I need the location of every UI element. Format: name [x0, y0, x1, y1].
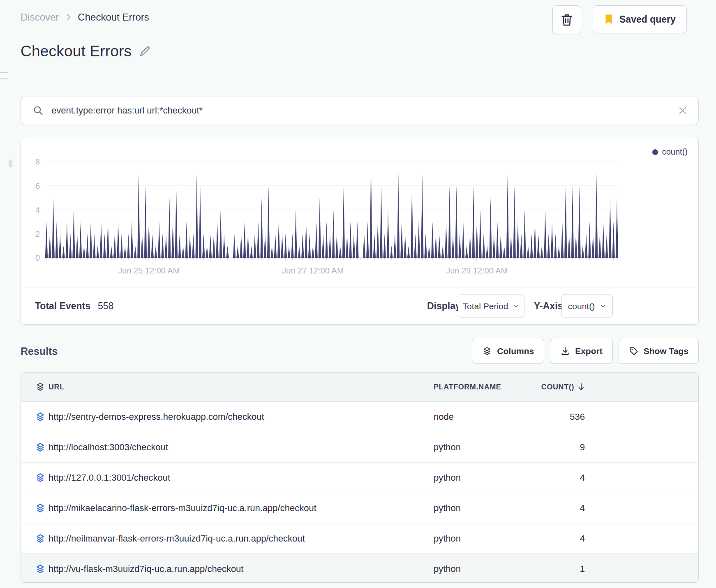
svg-text:4: 4 [35, 205, 40, 214]
row-count: 1 [536, 564, 592, 574]
display-label: Display [427, 301, 461, 312]
row-platform: python [434, 472, 536, 483]
results-actions: Columns Export Show Tags [472, 339, 699, 363]
legend-label: count() [662, 147, 688, 157]
row-count: 4 [536, 533, 592, 544]
row-count: 4 [536, 503, 592, 514]
export-button[interactable]: Export [550, 339, 613, 363]
row-stack-icon[interactable] [32, 503, 49, 514]
table-header-row: URL PLATFORM.NAME COUNT() [21, 373, 698, 402]
legend-count[interactable]: count() [652, 147, 688, 157]
svg-text:8: 8 [35, 157, 40, 166]
show-tags-button[interactable]: Show Tags [619, 339, 699, 363]
row-count: 9 [536, 442, 592, 453]
yaxis-dropdown[interactable]: count() [561, 294, 613, 318]
bookmark-icon [604, 14, 614, 25]
chevron-right-icon [65, 12, 72, 22]
table-row: http://sentry-demos-express.herokuapp.co… [21, 402, 698, 432]
display-dropdown-value: Total Period [463, 301, 508, 311]
table-body: http://sentry-demos-express.herokuapp.co… [21, 402, 698, 583]
trash-icon [560, 13, 574, 27]
row-stack-icon[interactable] [32, 533, 49, 544]
column-header-url[interactable]: URL [49, 383, 434, 391]
svg-text:2: 2 [35, 229, 40, 238]
panel-resize-handle[interactable] [0, 72, 8, 79]
table-row: http://localhost:3003/checkout python 9 [21, 432, 698, 462]
page-title: Checkout Errors [21, 43, 132, 60]
row-platform: python [434, 442, 536, 453]
row-url: http://sentry-demos-express.herokuapp.co… [49, 412, 434, 422]
total-events-value: 558 [98, 301, 113, 312]
svg-text:6: 6 [35, 181, 40, 190]
total-events-label: Total Events [35, 301, 90, 312]
column-header-count-label: COUNT() [541, 383, 574, 391]
export-button-label: Export [575, 346, 603, 356]
column-header-platform[interactable]: PLATFORM.NAME [434, 383, 536, 391]
table-row: http://vu-flask-m3uuizd7iq-uc.a.run.app/… [21, 553, 698, 583]
row-stack-icon[interactable] [32, 564, 49, 574]
row-url: http://mikaelacarino-flask-errors-m3uuiz… [49, 503, 434, 514]
svg-text:0: 0 [35, 253, 40, 262]
row-count: 536 [536, 412, 592, 422]
title-row: Checkout Errors [21, 43, 151, 60]
table-row: http://127.0.0.1:3001/checkout python 4 [21, 462, 698, 493]
svg-text:Jun 29 12:00 AM: Jun 29 12:00 AM [446, 266, 508, 275]
breadcrumb: Discover Checkout Errors [21, 12, 149, 23]
row-count: 4 [536, 472, 592, 483]
sort-desc-arrow-icon [577, 383, 585, 391]
row-url: http://localhost:3003/checkout [49, 442, 434, 453]
row-platform: python [434, 503, 536, 514]
breadcrumb-discover-link[interactable]: Discover [21, 12, 59, 23]
row-stack-icon[interactable] [32, 472, 49, 483]
row-platform: python [434, 564, 536, 574]
svg-text:Jun 25 12:00 AM: Jun 25 12:00 AM [118, 266, 180, 275]
download-icon [560, 346, 570, 356]
row-stack-icon[interactable] [32, 442, 49, 453]
saved-query-label: Saved query [619, 14, 676, 25]
columns-button-label: Columns [497, 346, 534, 356]
chevron-down-icon [600, 303, 606, 309]
row-platform: python [434, 533, 536, 544]
table-row: http://neilmanvar-flask-errors-m3uuizd7i… [21, 523, 698, 553]
clear-search-icon[interactable] [678, 106, 688, 116]
table-row: http://mikaelacarino-flask-errors-m3uuiz… [21, 493, 698, 523]
tag-icon [629, 346, 639, 356]
search-input[interactable]: event.type:error has:url url:*checkout* [51, 105, 670, 116]
row-url: http://127.0.0.1:3001/checkout [49, 472, 434, 483]
delete-query-button[interactable] [552, 5, 581, 34]
events-chart-panel: 02468Jun 25 12:00 AMJun 27 12:00 AMJun 2… [21, 137, 699, 325]
chevron-down-icon [513, 303, 520, 309]
results-table: URL PLATFORM.NAME COUNT() http://sentry-… [21, 372, 699, 583]
events-area-chart[interactable]: 02468Jun 25 12:00 AMJun 27 12:00 AMJun 2… [21, 137, 699, 279]
total-events: Total Events 558 [35, 301, 113, 312]
columns-button[interactable]: Columns [472, 339, 544, 363]
yaxis-dropdown-value: count() [568, 301, 595, 311]
results-title: Results [21, 345, 58, 357]
header-actions: Saved query [552, 5, 687, 34]
breadcrumb-current: Checkout Errors [78, 12, 149, 23]
legend-dot-icon [652, 149, 658, 155]
display-dropdown[interactable]: Total Period [458, 294, 524, 318]
svg-text:Jun 27 12:00 AM: Jun 27 12:00 AM [282, 266, 344, 275]
layers-icon [482, 346, 492, 356]
search-bar[interactable]: event.type:error has:url url:*checkout* [21, 97, 699, 124]
show-tags-button-label: Show Tags [644, 346, 688, 356]
row-url: http://vu-flask-m3uuizd7iq-uc.a.run.app/… [49, 564, 434, 574]
header-layers-icon[interactable] [32, 382, 49, 392]
edit-title-pencil-icon[interactable] [138, 45, 151, 58]
search-icon [32, 105, 44, 116]
column-divider [593, 401, 593, 582]
chart-footer: Total Events 558 Display Total Period Y-… [21, 287, 698, 324]
results-header: Results Columns Export [21, 339, 699, 363]
scrollbar-thumb[interactable] [9, 160, 12, 167]
discover-page: Discover Checkout Errors Saved query Che… [0, 0, 716, 588]
row-platform: node [434, 412, 536, 422]
row-url: http://neilmanvar-flask-errors-m3uuizd7i… [49, 533, 434, 544]
saved-query-button[interactable]: Saved query [593, 5, 687, 33]
column-header-count[interactable]: COUNT() [536, 383, 592, 391]
yaxis-label: Y-Axis [534, 301, 563, 312]
row-stack-icon[interactable] [32, 412, 49, 422]
